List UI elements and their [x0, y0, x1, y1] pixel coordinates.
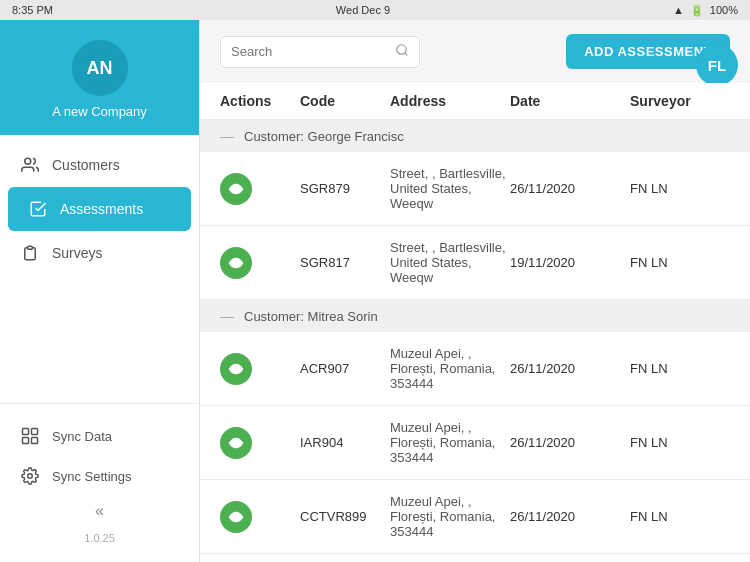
col-actions: Actions	[220, 93, 300, 109]
row-surveyor: FN LN	[630, 509, 730, 524]
sync-icon	[20, 426, 40, 446]
sidebar-item-customers[interactable]: Customers	[0, 143, 199, 187]
row-code: CCTVR899	[300, 509, 390, 524]
sync-settings-item[interactable]: Sync Settings	[0, 456, 199, 496]
row-address: Street, , Bartlesville, United States, W…	[390, 166, 510, 211]
view-button[interactable]	[220, 501, 252, 533]
sync-data-label: Sync Data	[52, 429, 112, 444]
nav-items: Customers Assessments	[0, 135, 199, 403]
users-icon	[20, 155, 40, 175]
row-date: 26/11/2020	[510, 435, 630, 450]
table-header: Actions Code Address Date Surveyor	[200, 83, 750, 120]
company-name: A new Company	[52, 104, 147, 119]
top-bar: ADD ASSESSMENT	[200, 20, 750, 83]
row-surveyor: FN LN	[630, 181, 730, 196]
row-code: SGR879	[300, 181, 390, 196]
sidebar-header: AN A new Company	[0, 20, 199, 135]
col-date: Date	[510, 93, 630, 109]
row-date: 26/11/2020	[510, 509, 630, 524]
view-button[interactable]	[220, 173, 252, 205]
settings-icon	[20, 466, 40, 486]
customer-group-1-header: — Customer: George Francisc	[200, 120, 750, 152]
view-button[interactable]	[220, 353, 252, 385]
row-surveyor: FN LN	[630, 361, 730, 376]
col-address: Address	[390, 93, 510, 109]
row-action	[220, 353, 300, 385]
row-action	[220, 427, 300, 459]
search-icon	[395, 43, 409, 61]
svg-point-12	[234, 441, 238, 445]
svg-rect-3	[32, 429, 38, 435]
view-button[interactable]	[220, 427, 252, 459]
check-square-icon	[28, 199, 48, 219]
battery-icon: 🔋	[690, 4, 704, 17]
sidebar-item-customers-label: Customers	[52, 157, 120, 173]
customer-group-2-label: Customer: Mitrea Sorin	[244, 309, 378, 324]
sidebar-item-assessments-label: Assessments	[60, 201, 143, 217]
table-row: CCTVR899 Muzeul Apei, , Florești, Romani…	[200, 480, 750, 554]
row-date: 26/11/2020	[510, 181, 630, 196]
table-row: SGR879 Street, , Bartlesville, United St…	[200, 152, 750, 226]
sync-settings-label: Sync Settings	[52, 469, 132, 484]
svg-point-7	[397, 44, 406, 53]
table-container: Actions Code Address Date Surveyor — Cus…	[200, 83, 750, 562]
svg-point-10	[234, 261, 238, 265]
row-address: Street, , Bartlesville, United States, W…	[390, 240, 510, 285]
sidebar-item-surveys-label: Surveys	[52, 245, 103, 261]
user-avatar[interactable]: FL	[696, 44, 738, 86]
svg-line-8	[405, 52, 408, 55]
dash-icon: —	[220, 308, 234, 324]
main-content: ADD ASSESSMENT Actions Code Address Date…	[200, 20, 750, 562]
table-row: ACR907 Muzeul Apei, , Florești, Romania,…	[200, 332, 750, 406]
row-date: 19/11/2020	[510, 255, 630, 270]
col-surveyor: Surveyor	[630, 93, 730, 109]
row-address: Muzeul Apei, , Florești, Romania, 353444	[390, 494, 510, 539]
col-code: Code	[300, 93, 390, 109]
wifi-icon: ▲	[673, 4, 684, 16]
row-action	[220, 501, 300, 533]
battery-percent: 100%	[710, 4, 738, 16]
status-time: 8:35 PM	[12, 4, 53, 16]
version-label: 1.0.25	[0, 526, 199, 550]
status-day: Wed Dec 9	[336, 4, 390, 16]
table-row: SGR817 Street, , Bartlesville, United St…	[200, 226, 750, 300]
row-action	[220, 173, 300, 205]
svg-point-0	[25, 158, 31, 164]
row-address: Muzeul Apei, , Florești, Romania, 353444	[390, 346, 510, 391]
sidebar-bottom: Sync Data Sync Settings « 1.0.25	[0, 403, 199, 562]
search-box[interactable]	[220, 36, 420, 68]
collapse-button[interactable]: «	[0, 496, 199, 526]
sidebar-item-assessments[interactable]: Assessments	[8, 187, 191, 231]
row-surveyor: FN LN	[630, 255, 730, 270]
svg-rect-5	[32, 438, 38, 444]
status-bar: 8:35 PM Wed Dec 9 ▲ 🔋 100%	[0, 0, 750, 20]
sidebar-item-surveys[interactable]: Surveys	[0, 231, 199, 275]
svg-point-9	[234, 187, 238, 191]
status-bar-right: ▲ 🔋 100%	[673, 4, 738, 17]
row-address: Muzeul Apei, , Florești, Romania, 353444	[390, 420, 510, 465]
row-code: IAR904	[300, 435, 390, 450]
svg-point-11	[234, 367, 238, 371]
sidebar: AN A new Company Customers	[0, 20, 200, 562]
svg-point-6	[28, 474, 33, 479]
table-row: SGR889 Muzeul Apei, , Florești, Romania,…	[200, 554, 750, 562]
svg-rect-4	[23, 438, 29, 444]
row-date: 26/11/2020	[510, 361, 630, 376]
view-button[interactable]	[220, 247, 252, 279]
customer-group-1-label: Customer: George Francisc	[244, 129, 404, 144]
sync-data-item[interactable]: Sync Data	[0, 416, 199, 456]
svg-rect-2	[23, 429, 29, 435]
table-row: IAR904 Muzeul Apei, , Florești, Romania,…	[200, 406, 750, 480]
clipboard-icon	[20, 243, 40, 263]
search-input[interactable]	[231, 44, 389, 59]
svg-rect-1	[28, 246, 33, 249]
company-avatar: AN	[72, 40, 128, 96]
dash-icon: —	[220, 128, 234, 144]
svg-point-13	[234, 515, 238, 519]
row-code: ACR907	[300, 361, 390, 376]
row-code: SGR817	[300, 255, 390, 270]
row-surveyor: FN LN	[630, 435, 730, 450]
customer-group-2-header: — Customer: Mitrea Sorin	[200, 300, 750, 332]
row-action	[220, 247, 300, 279]
